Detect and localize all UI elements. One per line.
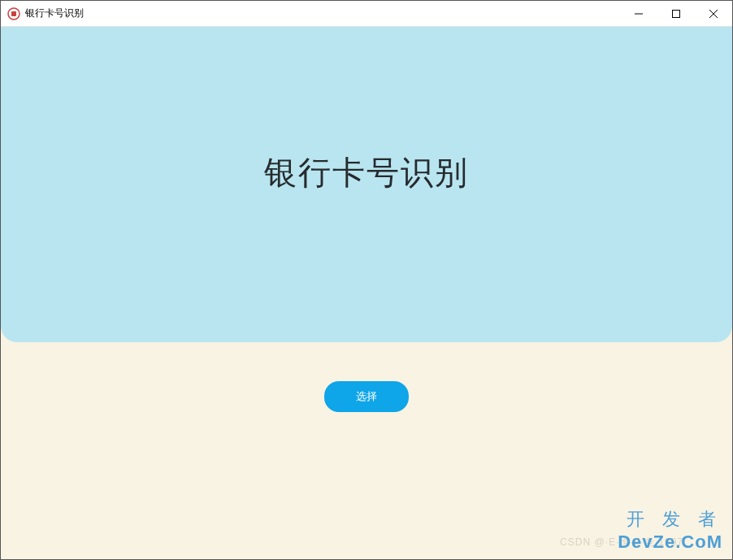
display-panel: 银行卡号识别 [1,27,732,342]
app-icon [7,7,20,20]
close-button[interactable] [695,1,732,26]
site-watermark: 开 发 者 DevZe.CoM [618,507,722,553]
titlebar: 银行卡号识别 [1,1,732,27]
titlebar-left: 银行卡号识别 [1,7,620,20]
watermark-line1: 开 发 者 [618,507,722,532]
minimize-button[interactable] [620,1,657,26]
content-area: 银行卡号识别 选择 CSDN @·E·维·E·老·1997 开 发 者 DevZ… [1,27,732,559]
select-button[interactable]: 选择 [324,381,409,412]
maximize-button[interactable] [657,1,695,26]
svg-rect-3 [673,10,680,17]
watermark-line2: DevZe.CoM [618,532,722,553]
svg-rect-1 [11,11,16,16]
window-title: 银行卡号识别 [25,7,84,20]
main-heading: 银行卡号识别 [264,150,469,195]
window-controls [620,1,732,26]
app-window: 银行卡号识别 银行卡号识别 选择 CSDN @·E·维·E·老·1997 开 发… [0,0,733,560]
